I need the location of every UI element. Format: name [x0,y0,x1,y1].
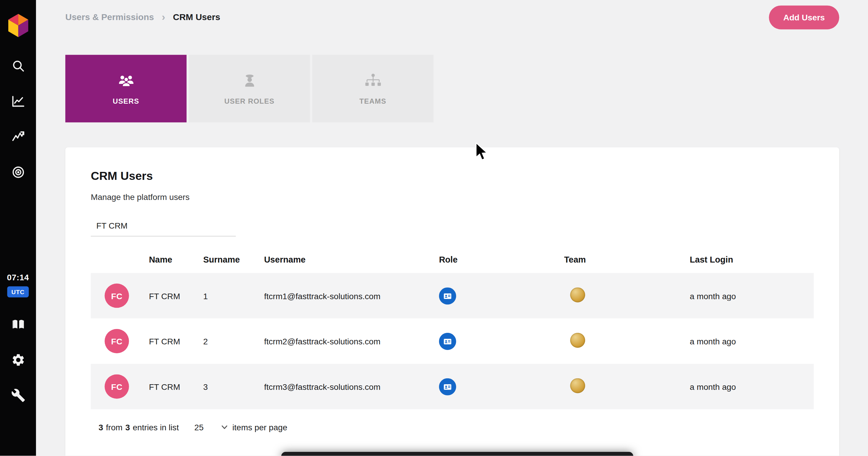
entries-total: 3 [125,423,130,432]
target-icon[interactable] [11,165,25,180]
clock-time: 07:14 [7,273,29,282]
role-id-card-icon [439,287,456,304]
settings-gear-icon[interactable] [11,353,25,367]
table-body: FC FT CRM 1 ftcrm1@fasttrack-solutions.c… [91,273,814,409]
cell-last-login: a month ago [690,336,814,346]
cell-name: FT CRM [149,382,203,391]
breadcrumb: Users & Permissions › CRM Users [65,12,220,23]
user-avatar: FC [104,329,129,354]
breadcrumb-crm-users: CRM Users [173,12,220,22]
team-avatar [570,333,585,348]
cell-username: ftcrm3@fasttrack-solutions.com [264,382,439,391]
team-avatar [570,378,585,393]
cell-surname: 1 [203,291,264,300]
team-avatar [570,287,585,302]
brand-logo-icon[interactable] [7,13,29,38]
cell-surname: 2 [203,336,264,346]
user-avatar: FC [104,283,129,308]
tab-user-roles-label: USER ROLES [224,97,275,105]
cell-name: FT CRM [149,336,203,346]
per-page-label: items per page [232,423,287,432]
column-header-surname: Surname [203,255,264,265]
tab-user-roles[interactable]: USER ROLES [189,55,310,123]
table-row[interactable]: FC FT CRM 2 ftcrm2@fasttrack-solutions.c… [91,318,814,364]
column-header-role: Role [439,255,564,265]
users-group-icon [117,72,135,89]
snackbar-peek [281,452,633,456]
page-title: CRM Users [91,170,814,183]
entries-label: entries in list [132,423,179,432]
entries-from-word: from [106,423,123,432]
timezone-badge: UTC [7,286,29,297]
table-row[interactable]: FC FT CRM 1 ftcrm1@fasttrack-solutions.c… [91,273,814,318]
column-header-team: Team [564,255,690,265]
user-filter-input[interactable] [91,216,236,237]
tab-users-label: USERS [113,97,140,105]
entries-summary: 3 from 3 entries in list [99,423,179,432]
add-users-button[interactable]: Add Users [769,5,839,29]
docs-book-icon[interactable] [11,317,25,332]
entity-tabs: USERS USER ROLES TEAMS [65,55,433,123]
top-bar: Users & Permissions › CRM Users Add User… [36,0,868,34]
chevron-down-icon [221,424,228,431]
tab-teams-label: TEAMS [359,97,386,105]
analytics-chart-icon[interactable] [11,94,25,109]
chevron-right-icon: › [162,11,165,22]
cell-last-login: a month ago [690,291,814,300]
cell-username: ftcrm2@fasttrack-solutions.com [264,336,439,346]
page-subtitle: Manage the platform users [91,192,814,202]
column-header-username: Username [264,255,439,265]
cell-username: ftcrm1@fasttrack-solutions.com [264,291,439,300]
column-header-name: Name [149,255,203,265]
crm-users-card: CRM Users Manage the platform users Name… [65,147,839,456]
app-window: 07:14 UTC Users & [0,0,868,456]
user-avatar: FC [104,374,129,399]
tab-teams[interactable]: TEAMS [312,55,434,123]
tab-users[interactable]: USERS [65,55,187,123]
table-footer: 3 from 3 entries in list 25 items per pa… [91,409,814,447]
entries-count: 3 [99,423,103,432]
items-per-page-select[interactable]: 25 [194,423,228,432]
table-header: Name Surname Username Role Team Last Log… [91,246,814,273]
tools-wrench-icon[interactable] [11,388,25,402]
cell-surname: 3 [203,382,264,391]
column-header-last-login: Last Login [690,255,814,265]
table-row[interactable]: FC FT CRM 3 ftcrm3@fasttrack-solutions.c… [91,364,814,409]
search-icon[interactable] [11,59,25,73]
user-roles-icon [240,72,259,89]
per-page-value: 25 [194,423,204,432]
breadcrumb-users-permissions[interactable]: Users & Permissions [65,12,154,22]
teams-hierarchy-icon [364,72,382,89]
performance-trend-icon[interactable] [11,130,25,144]
sidebar: 07:14 UTC [0,0,36,456]
cell-last-login: a month ago [690,382,814,391]
sidebar-clock: 07:14 UTC [7,273,29,297]
role-id-card-icon [439,378,456,395]
cell-name: FT CRM [149,291,203,300]
role-id-card-icon [439,333,456,350]
